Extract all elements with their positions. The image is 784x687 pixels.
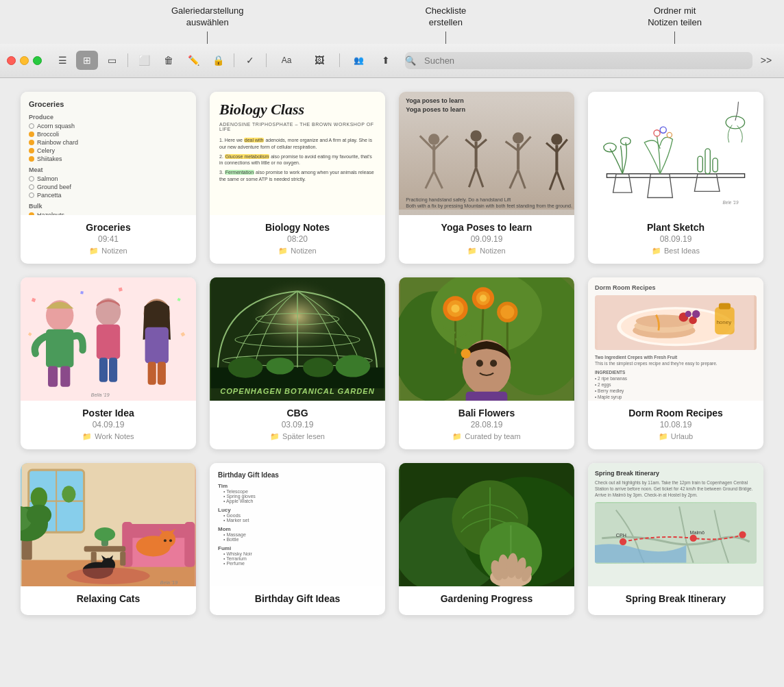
separator-2: [234, 53, 234, 67]
folder-icon-cbg: 📁: [270, 432, 280, 441]
grocery-section-produce: Produce Acorn squash Broccoli Rainbow ch…: [29, 114, 188, 162]
maximize-button[interactable]: [33, 56, 42, 65]
note-title-groceries: Groceries: [27, 222, 189, 233]
note-time-poster: 04.09.19: [27, 420, 189, 429]
poster-svg: Bella '19: [21, 277, 196, 401]
note-card-biology[interactable]: Biology Class Adenosine triphosphate – t…: [210, 92, 385, 264]
note-info-cbg: CBG 03.09.19 📁 Später lesen: [210, 401, 385, 449]
note-card-poster[interactable]: Bella '19 Poster Idea 04.09.19 📁 Work No…: [21, 277, 196, 449]
list-view-button[interactable]: ☰: [51, 51, 73, 70]
svg-point-100: [692, 310, 700, 317]
note-time-cbg: 03.09.19: [217, 420, 378, 429]
note-card-bali[interactable]: Bali Flowers 28.08.19 📁 Curated by team: [399, 277, 574, 449]
delete-button[interactable]: 🗑: [158, 51, 180, 70]
note-info-spring: Spring Break Itinerary: [588, 586, 763, 615]
compose-button[interactable]: ✏️: [182, 51, 204, 70]
svg-rect-102: [719, 303, 731, 309]
format-button[interactable]: Aa: [271, 51, 302, 70]
note-time-biology: 08:20: [217, 234, 378, 244]
search-input[interactable]: [405, 52, 752, 69]
gallery-view-icon: ⊞: [83, 55, 91, 66]
svg-point-131: [66, 567, 149, 584]
svg-rect-28: [600, 99, 750, 208]
note-preview-poster: Bella '19: [21, 277, 196, 401]
note-preview-cbg: COPENHAGEN BOTANICAL GARDEN: [210, 277, 385, 401]
more-icon: >>: [761, 55, 772, 66]
note-title-cats: Relaxing Cats: [27, 593, 189, 604]
folder-icon-yoga: 📁: [467, 247, 477, 255]
note-info-gardening: Gardening Progress: [399, 586, 574, 615]
svg-point-146: [690, 535, 697, 542]
svg-point-8: [470, 130, 481, 141]
note-folder-biology: 📁 Notizen: [217, 247, 378, 255]
cats-svg: Bela '19: [21, 463, 196, 586]
note-card-cbg[interactable]: COPENHAGEN BOTANICAL GARDEN CBG 03.09.19…: [210, 277, 385, 449]
lock-button[interactable]: 🔒: [207, 51, 229, 70]
yoga-figures-svg: Yoga poses to learn: [399, 92, 574, 215]
note-title-bali: Bali Flowers: [406, 408, 567, 419]
note-folder-cbg: 📁 Später lesen: [217, 432, 378, 441]
note-title-gardening: Gardening Progress: [406, 593, 567, 604]
note-card-birthday[interactable]: Birthday Gift Ideas Tim • Telescope • Sp…: [210, 463, 385, 615]
svg-rect-51: [109, 358, 117, 382]
share-people-button[interactable]: 👥: [345, 51, 372, 70]
folder-icon-biology: 📁: [278, 247, 288, 255]
note-title-birthday: Birthday Gift Ideas: [217, 593, 378, 604]
note-card-plant-sketch[interactable]: Bele '19 Plant Sketch 08.09.19 📁 Best Id…: [588, 92, 763, 264]
checklist-icon: ✓: [246, 55, 254, 66]
svg-point-68: [266, 358, 293, 374]
share-button[interactable]: ⬆: [375, 51, 397, 70]
svg-rect-0: [399, 97, 574, 210]
gallery-annotation-label: Galeriedarstellung auswählen: [171, 5, 244, 27]
note-time-yoga: 09.09.19: [406, 234, 567, 244]
grocery-section-meat: Meat Salmon Ground beef Pancetta: [29, 166, 188, 199]
note-info-poster: Poster Idea 04.09.19 📁 Work Notes: [21, 401, 196, 449]
search-wrapper: 🔍: [400, 52, 752, 69]
toolbar: ☰ ⊞ ▭ ⬜ 🗑 ✏️ 🔒 ✓ Aa 🖼 👥 ⬆ 🔍 >>: [0, 44, 784, 78]
note-card-spring[interactable]: Spring Break Itinerary Check out all hig…: [588, 463, 763, 615]
media-button[interactable]: 🖼: [304, 51, 334, 70]
svg-text:Bela '19: Bela '19: [160, 580, 177, 585]
new-note-button[interactable]: ⬜: [133, 51, 155, 70]
note-info-biology: Biology Notes 08:20 📁 Notizen: [210, 215, 385, 264]
grocery-section-bulk: Bulk Hazelnuts Almonds Buckwheat: [29, 203, 188, 215]
note-card-groceries[interactable]: Groceries Produce Acorn squash Broccoli …: [21, 92, 196, 264]
folder-icon-dorm: 📁: [659, 432, 668, 441]
checklist-button[interactable]: ✓: [239, 51, 261, 70]
format-icon: Aa: [282, 55, 292, 65]
sidebar-toggle-button[interactable]: ▭: [101, 51, 123, 70]
svg-rect-54: [148, 362, 156, 384]
dorm-food-svg: honey: [595, 295, 757, 350]
svg-text:Yoga poses to learn: Yoga poses to learn: [406, 105, 465, 112]
gallery-view-button[interactable]: ⊞: [76, 51, 98, 70]
svg-point-80: [480, 295, 487, 301]
note-info-yoga: Yoga Poses to learn 09.09.19 📁 Notizen: [399, 215, 574, 264]
note-preview-plant-sketch: Bele '19: [588, 92, 763, 215]
minimize-button[interactable]: [20, 56, 29, 65]
svg-point-67: [228, 357, 263, 377]
more-button[interactable]: >>: [755, 51, 777, 70]
svg-text:honey: honey: [716, 319, 731, 325]
compose-icon: ⬜: [138, 55, 150, 66]
svg-point-110: [62, 486, 75, 502]
note-card-dorm[interactable]: Dorm Room Recipes: [588, 277, 763, 449]
svg-text:Practicing handstand safely. D: Practicing handstand safely. Do a handst…: [406, 197, 511, 202]
svg-point-99: [685, 311, 691, 317]
note-card-yoga[interactable]: Yoga poses to learn Yoga poses to learn: [399, 92, 574, 264]
note-card-cats[interactable]: Bela '19 Relaxing Cats: [21, 463, 196, 615]
share-annotation: Ordner mit Notizen teilen: [648, 5, 702, 44]
svg-rect-119: [125, 524, 191, 538]
cbg-svg: COPENHAGEN BOTANICAL GARDEN: [210, 277, 385, 401]
svg-point-20: [551, 134, 562, 145]
spring-map-svg: CPH Malmö: [595, 502, 757, 564]
annotations-area: Galeriedarstellung auswählen Checkliste …: [0, 0, 784, 44]
note-folder-poster: 📁 Work Notes: [27, 432, 189, 441]
svg-point-147: [739, 531, 746, 538]
folder-icon-plant: 📁: [652, 247, 661, 255]
svg-point-87: [476, 360, 483, 366]
note-card-gardening[interactable]: Gardening Progress: [399, 463, 574, 615]
gallery-annotation: Galeriedarstellung auswählen: [171, 5, 244, 44]
svg-point-82: [500, 305, 514, 318]
note-title-spring: Spring Break Itinerary: [595, 593, 757, 604]
close-button[interactable]: [7, 56, 16, 65]
